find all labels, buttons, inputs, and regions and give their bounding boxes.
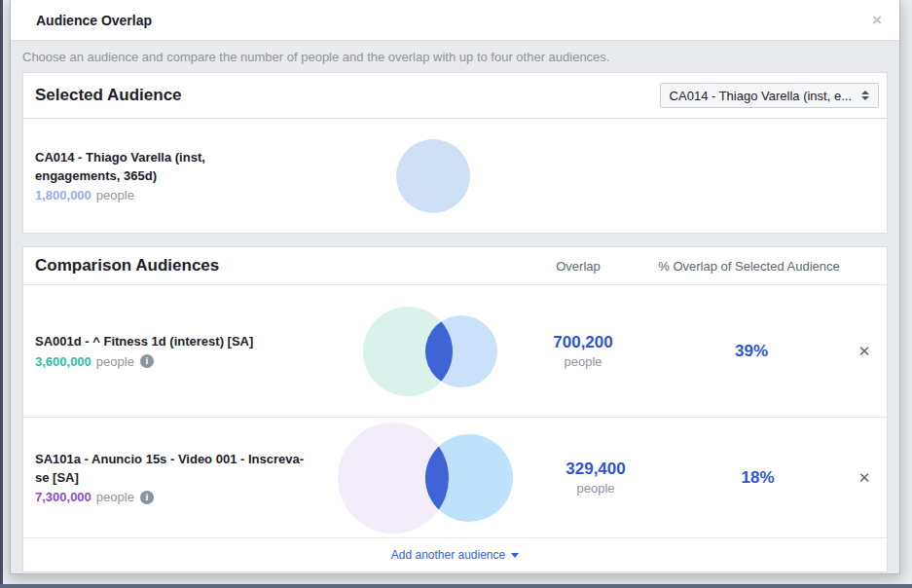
comparison-audience-people-count: 7,300,000 [35,490,91,504]
comparison-audience-info: SA101a - Anuncio 15s - Video 001 - Inscr… [23,451,315,505]
selected-audience-count-line: 1,800,000 people [35,188,318,202]
percent-overlap-value: 39% [735,342,768,360]
selected-audience-dropdown-value: CA014 - Thiago Varella (inst, e... [670,89,852,103]
selected-audience-circle [396,139,470,213]
percent-overlap-column-header: % Overlap of Selected Audience [656,259,842,274]
overlap-column-header: Overlap [500,259,656,274]
percent-overlap-value: 18% [741,468,774,487]
comparison-audience-people-count: 3,600,000 [35,354,91,369]
selected-audience-title: Selected Audience [35,86,182,105]
remove-audience-icon[interactable]: ✕ [853,466,877,490]
overlap-people-value: 329,400 [518,459,674,479]
comparison-audiences-section: Comparison Audiences Overlap % Overlap o… [22,246,888,572]
add-another-audience-label: Add another audience [391,548,505,562]
comparison-audience-name: SA001d - ^ Fitness 1d (interest) [SA] [35,333,315,351]
selected-audience-header: Selected Audience CA014 - Thiago Varella… [23,73,887,118]
add-another-audience-button[interactable]: Add another audience [391,548,519,562]
comparison-audience-people-label: people [96,490,134,504]
selected-audience-people-label: people [96,188,134,202]
caret-down-icon [511,553,519,558]
percent-overlap-cell: 39% [661,342,842,361]
comparison-audience-count-line: 7,300,000 people i [35,490,315,504]
page-background-bottom-edge [0,584,912,588]
comparison-audience-count-line: 3,600,000 people i [35,354,315,369]
comparison-header-row: Comparison Audiences Overlap % Overlap o… [23,247,887,284]
venn-diagram-svg [359,301,505,402]
selected-audience-info: CA014 - Thiago Varella (inst, engagement… [23,149,318,203]
page-background-left-edge [0,0,3,588]
overlap-cell: 700,200 people [505,333,661,369]
comparison-footer: Add another audience [23,537,887,571]
selected-audience-section: Selected Audience CA014 - Thiago Varella… [22,72,888,234]
comparison-audience-people-label: people [96,354,134,369]
info-icon[interactable]: i [140,491,154,504]
overlap-cell: 329,400 people [518,459,674,496]
modal-description: Choose an audience and compare the numbe… [11,41,899,72]
selected-audience-people-count: 1,800,000 [35,188,91,202]
modal-content: Selected Audience CA014 - Thiago Varella… [11,72,899,584]
audience-overlap-modal: Audience Overlap × Choose an audience an… [10,0,900,574]
overlap-people-value: 700,200 [505,333,661,352]
comparison-row: SA101a - Anuncio 15s - Video 001 - Inscr… [23,417,887,537]
comparison-row: SA001d - ^ Fitness 1d (interest) [SA] 3,… [23,284,887,417]
venn-diagram-svg [333,420,518,536]
sort-updown-icon [861,91,869,100]
comparison-audiences-title: Comparison Audiences [35,256,219,275]
percent-overlap-cell: 18% [674,468,842,488]
comparison-audience-name: SA101a - Anuncio 15s - Video 001 - Inscr… [35,451,315,488]
selected-audience-dropdown[interactable]: CA014 - Thiago Varella (inst, e... [660,83,879,108]
modal-header: Audience Overlap × [11,0,899,41]
comparison-audience-info: SA001d - ^ Fitness 1d (interest) [SA] 3,… [23,333,315,369]
info-icon[interactable]: i [140,354,154,368]
venn-diagram [315,301,505,402]
close-icon[interactable]: × [868,10,886,30]
venn-diagram [315,420,518,536]
selected-audience-card: CA014 - Thiago Varella (inst, engagement… [23,118,887,233]
overlap-people-label: people [505,354,661,369]
remove-audience-icon[interactable]: ✕ [853,340,877,363]
overlap-people-label: people [518,481,674,496]
selected-audience-name: CA014 - Thiago Varella (inst, engagement… [35,149,263,186]
modal-title: Audience Overlap [36,13,152,28]
